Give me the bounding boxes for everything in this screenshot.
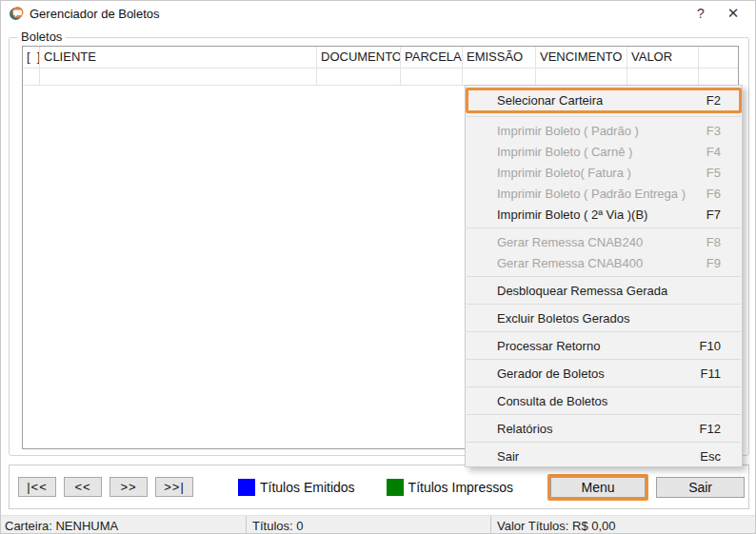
menu-item-consulta-boletos[interactable]: Consulta de Boletos [466,390,742,411]
menu-item-shortcut: F7 [706,208,721,222]
context-menu: Selecionar Carteira F2 Imprimir Boleto (… [465,85,743,467]
menu-item-shortcut: F6 [706,187,721,201]
menu-item-shortcut: F3 [706,124,721,138]
empty-cell [463,69,536,85]
menu-item-shortcut: F10 [700,339,721,353]
menu-separator [467,359,741,360]
menu-item-processar-retorno[interactable]: Processar Retorno F10 [466,335,742,356]
status-titulos: Títulos: 0 [247,516,491,534]
menu-item-imprimir-padrao: Imprimir Boleto ( Padrão ) F3 [466,120,742,141]
menu-item-shortcut: F4 [706,145,721,159]
menu-item-label: Imprimir Boleto ( 2ª Via )(B) [497,208,706,222]
menu-item-imprimir-fatura: Imprimir Boleto( Fatura ) F5 [466,162,742,183]
menu-item-shortcut: F9 [706,256,721,270]
grid-empty-row [23,69,738,86]
menu-separator [467,414,741,415]
menu-item-label: Imprimir Boleto ( Carnê ) [497,145,706,159]
menu-button[interactable]: Menu [550,477,646,498]
menu-separator [467,116,741,117]
last-page-button[interactable]: >>| [155,477,193,497]
menu-item-label: Relatórios [497,422,700,436]
menu-separator [467,331,741,332]
menu-item-imprimir-padrao-entrega: Imprimir Boleto ( Padrão Entrega ) F6 [466,183,742,204]
empty-cell [317,69,401,85]
menu-item-shortcut: F2 [706,93,721,108]
column-header-documento[interactable]: DOCUMENTO [317,47,401,68]
menu-separator [467,227,741,228]
next-page-button[interactable]: >> [109,477,148,497]
groupbox-label: Boletos [17,30,66,44]
menu-item-label: Selecionar Carteira [497,93,706,108]
menu-item-label: Imprimir Boleto( Fatura ) [497,166,706,180]
empty-cell [699,69,738,85]
menu-item-sair[interactable]: Sair Esc [466,445,742,466]
sair-button[interactable]: Sair [656,477,745,498]
menu-separator [467,442,741,443]
empty-cell [23,69,40,85]
menu-separator [467,304,741,305]
column-header-extra [699,47,738,68]
empty-cell [401,69,463,85]
menu-item-shortcut: Esc [700,449,721,464]
menu-item-gerar-remessa-cnab400: Gerar Remessa CNAB400 F9 [466,252,742,273]
menu-item-desbloquear-remessa[interactable]: Desbloquear Remessa Gerada [466,280,742,301]
menu-item-relatorios[interactable]: Relatórios F12 [466,418,742,439]
menu-item-label: Desbloquear Remessa Gerada [497,284,721,298]
menu-item-label: Imprimir Boleto ( Padrão ) [497,124,706,138]
menu-item-imprimir-2a-via[interactable]: Imprimir Boleto ( 2ª Via )(B) F7 [466,204,742,225]
legend-label-impressos: Títulos Impressos [408,480,513,495]
menu-item-excluir-boletos[interactable]: Excluir Boletos Gerados [466,307,742,328]
app-window: Gerenciador de Boletos ? ✕ Boletos [ ] C… [0,0,756,534]
empty-cell [40,69,317,85]
menu-item-label: Gerar Remessa CNAB240 [497,235,706,249]
prev-page-button[interactable]: << [64,477,102,497]
menu-item-imprimir-carne: Imprimir Boleto ( Carnê ) F4 [466,141,742,162]
menu-item-label: Consulta de Boletos [497,394,721,408]
menu-separator [467,386,741,387]
legend-swatch-emitidos [238,479,255,496]
title-bar: Gerenciador de Boletos ? ✕ [1,1,755,26]
menu-item-label: Imprimir Boleto ( Padrão Entrega ) [497,187,706,201]
legend-label-emitidos: Títulos Emitidos [260,480,355,495]
close-icon[interactable]: ✕ [717,5,749,22]
bottom-panel: |<< << >> >>| Títulos Emitidos Títulos I… [9,465,749,509]
app-icon [9,6,24,21]
menu-item-gerador-boletos[interactable]: Gerador de Boletos F11 [466,363,742,384]
status-carteira: Carteira: NENHUMA [1,516,247,534]
menu-item-shortcut: F8 [706,235,721,249]
status-valor-titulos: Valor Títulos: R$ 0,00 [491,516,756,534]
menu-item-label: Gerar Remessa CNAB400 [497,256,706,270]
menu-separator [467,276,741,277]
menu-item-label: Excluir Boletos Gerados [497,311,721,326]
empty-cell [627,69,699,85]
column-header-vencimento[interactable]: VENCIMENTO [536,47,627,68]
window-title: Gerenciador de Boletos [30,7,160,21]
menu-item-shortcut: F5 [706,166,721,180]
help-button[interactable]: ? [685,6,717,21]
first-page-button[interactable]: |<< [18,477,56,497]
menu-item-label: Sair [497,449,700,464]
column-header-emissao[interactable]: EMISSÃO [463,47,536,68]
column-header-cliente[interactable]: CLIENTE [40,47,317,68]
empty-cell [536,69,627,85]
menu-item-shortcut: F11 [701,366,721,381]
legend-swatch-impressos [387,479,404,496]
status-bar: Carteira: NENHUMA Títulos: 0 Valor Títul… [1,515,756,534]
menu-item-label: Processar Retorno [497,339,700,353]
grid-header-row: [ ] CLIENTE DOCUMENTO PARCELA EMISSÃO VE… [23,47,738,69]
column-header-parcela[interactable]: PARCELA [401,47,463,68]
column-header-select[interactable]: [ ] [23,47,40,68]
menu-item-label: Gerador de Boletos [497,366,701,381]
column-header-valor[interactable]: VALOR [627,47,699,68]
menu-button-highlight: Menu [547,474,648,501]
menu-item-selecionar-carteira[interactable]: Selecionar Carteira F2 [466,88,742,113]
menu-item-shortcut: F12 [700,422,721,436]
menu-item-gerar-remessa-cnab240: Gerar Remessa CNAB240 F8 [466,231,742,252]
